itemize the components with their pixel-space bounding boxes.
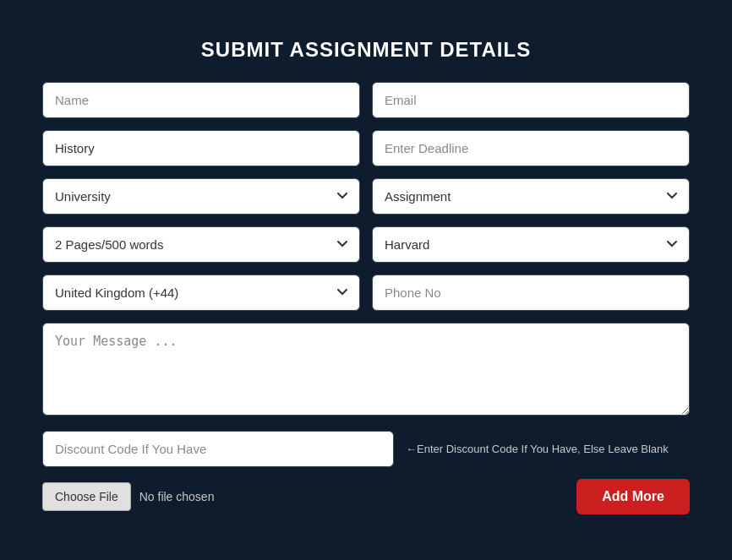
- name-input[interactable]: [42, 82, 360, 118]
- row-2: [42, 130, 690, 166]
- email-input[interactable]: [372, 82, 690, 118]
- add-more-button[interactable]: Add More: [576, 479, 690, 514]
- file-no-chosen-label: No file chosen: [139, 490, 215, 503]
- discount-hint-text: ←Enter Discount Code If You Have, Else L…: [406, 443, 669, 455]
- file-left: Choose File No file chosen: [42, 482, 214, 511]
- row-5: United Kingdom (+44) United States (+1) …: [42, 275, 690, 311]
- citation-select[interactable]: Harvard APA MLA Chicago Oxford: [372, 226, 690, 263]
- discount-input-wrapper: [42, 431, 394, 467]
- country-select[interactable]: United Kingdom (+44) United States (+1) …: [42, 275, 360, 311]
- row-4: 1 Page/250 words 2 Pages/500 words 3 Pag…: [42, 226, 690, 263]
- assignment-select[interactable]: Assignment Essay Dissertation Research P…: [372, 178, 690, 215]
- choose-file-button[interactable]: Choose File: [42, 482, 131, 511]
- message-textarea[interactable]: [42, 323, 690, 416]
- pages-select[interactable]: 1 Page/250 words 2 Pages/500 words 3 Pag…: [42, 226, 360, 263]
- page-title: SUBMIT ASSIGNMENT DETAILS: [42, 38, 690, 62]
- discount-input[interactable]: [42, 431, 394, 467]
- message-row: [42, 323, 690, 419]
- history-input[interactable]: [42, 130, 360, 166]
- phone-input[interactable]: [372, 275, 690, 311]
- row-3: University College High School Masters P…: [42, 178, 690, 215]
- deadline-input[interactable]: [372, 130, 690, 166]
- discount-hint: ←Enter Discount Code If You Have, Else L…: [406, 443, 669, 455]
- row-1: [42, 82, 690, 118]
- form-container: SUBMIT ASSIGNMENT DETAILS University Col…: [17, 21, 715, 540]
- file-row: Choose File No file chosen Add More: [42, 479, 690, 514]
- discount-row: ←Enter Discount Code If You Have, Else L…: [42, 431, 690, 467]
- university-select[interactable]: University College High School Masters P…: [42, 178, 360, 215]
